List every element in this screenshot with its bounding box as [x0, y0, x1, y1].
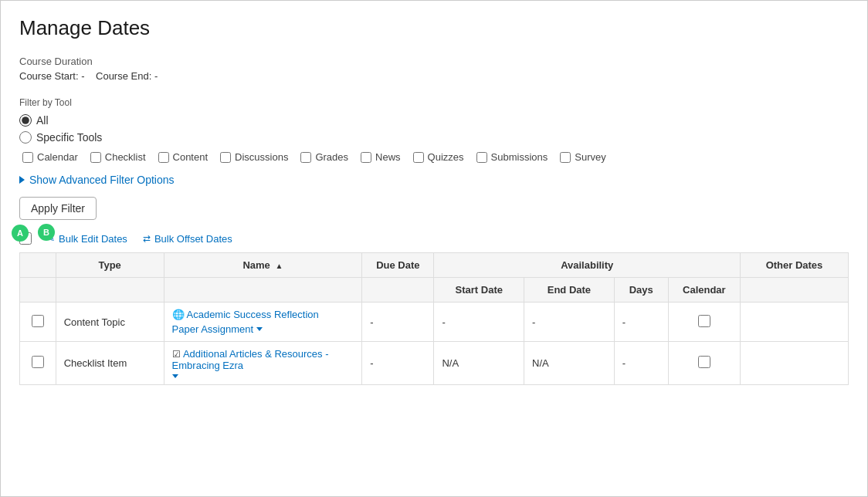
tool-checkbox-survey[interactable]: Survey — [560, 151, 605, 163]
tool-checkbox-input-content[interactable] — [158, 152, 169, 163]
chevron-down-icon[interactable] — [256, 327, 263, 331]
tool-checkbox-input-quizzes[interactable] — [413, 152, 424, 163]
tool-checkbox-input-grades[interactable] — [300, 152, 311, 163]
cell-name: ☑ Additional Articles & Resources - Embr… — [164, 342, 362, 385]
cell-start-date: - — [434, 303, 524, 342]
calendar-checkbox-0[interactable] — [698, 315, 710, 327]
offset-dates-icon: ⇄ — [143, 233, 151, 244]
cell-due-date: - — [362, 342, 434, 385]
tool-checkbox-input-discussions[interactable] — [220, 152, 231, 163]
course-start-label: Course Start: — [19, 70, 79, 82]
item-name-link[interactable]: Academic Success Reflection — [187, 309, 319, 320]
filter-section: Filter by Tool All Specific Tools Calend… — [19, 97, 849, 163]
radio-all-input[interactable] — [19, 114, 32, 127]
course-start-value: - — [81, 70, 84, 82]
tool-checkbox-content[interactable]: Content — [158, 151, 209, 163]
cell-end-date: - — [524, 303, 615, 342]
page-container: Manage Dates Course Duration Course Star… — [0, 0, 868, 497]
table-row: Content Topic🌐 Academic Success Reflecti… — [20, 303, 849, 342]
tool-checkbox-submissions[interactable]: Submissions — [476, 151, 548, 163]
cell-end-date: N/A — [524, 342, 615, 385]
bulk-actions-row: A B ✎ Bulk Edit Dates ⇄ Bulk Offset Date… — [19, 232, 849, 245]
cell-other-dates — [740, 303, 848, 342]
checklist-icon: ☑ — [172, 349, 183, 360]
cell-calendar — [668, 342, 740, 385]
th-start-date: Start Date — [434, 278, 524, 303]
tool-checkbox-calendar[interactable]: Calendar — [22, 151, 78, 163]
filter-label: Filter by Tool — [19, 97, 849, 108]
chevron-right-icon — [19, 176, 25, 184]
apply-filter-button[interactable]: Apply Filter — [19, 197, 97, 220]
advanced-filter-link[interactable]: Show Advanced Filter Options — [19, 174, 849, 186]
tool-checkbox-input-checklist[interactable] — [90, 152, 101, 163]
th-sub-select — [20, 278, 56, 303]
row-checkbox-1[interactable] — [32, 356, 44, 368]
cell-start-date: N/A — [434, 342, 524, 385]
radio-specific-label: Specific Tools — [36, 131, 102, 144]
bulk-edit-label: Bulk Edit Dates — [59, 233, 127, 245]
radio-all[interactable]: All — [19, 114, 849, 127]
row-checkbox-0[interactable] — [32, 315, 44, 327]
cell-calendar — [668, 303, 740, 342]
badge-a: A — [12, 225, 29, 242]
th-end-date: End Date — [524, 278, 615, 303]
radio-group: All Specific Tools — [19, 114, 849, 144]
advanced-filter-label: Show Advanced Filter Options — [29, 174, 175, 186]
page-title: Manage Dates — [19, 16, 849, 40]
calendar-checkbox-1[interactable] — [698, 356, 710, 368]
course-dates: Course Start: - Course End: - — [19, 70, 849, 82]
tool-checkbox-input-submissions[interactable] — [476, 152, 487, 163]
tool-checkbox-checklist[interactable]: Checklist — [90, 151, 146, 163]
th-name: Name ▲ — [164, 253, 362, 278]
bulk-edit-dates-link[interactable]: B ✎ Bulk Edit Dates — [47, 233, 127, 245]
bulk-offset-dates-link[interactable]: ⇄ Bulk Offset Dates — [143, 233, 232, 245]
name-sub: Paper Assignment — [172, 323, 354, 335]
radio-specific[interactable]: Specific Tools — [19, 131, 849, 144]
th-availability: Availability — [434, 253, 741, 278]
name-sub-empty — [172, 374, 354, 378]
cell-other-dates — [740, 342, 848, 385]
th-calendar: Calendar — [668, 278, 740, 303]
cell-due-date: - — [362, 303, 434, 342]
bulk-offset-label: Bulk Offset Dates — [154, 233, 232, 245]
th-select — [20, 253, 56, 278]
name-sub-link[interactable]: Paper Assignment — [172, 323, 254, 335]
dates-table: Type Name ▲ Due Date Availability Other … — [19, 252, 849, 385]
cell-type: Checklist Item — [56, 342, 164, 385]
tool-checkbox-grades[interactable]: Grades — [300, 151, 348, 163]
th-sub-type — [56, 278, 164, 303]
item-name-link[interactable]: Additional Articles & Resources - Embrac… — [172, 348, 329, 371]
bulk-select-wrapper: A — [19, 232, 32, 245]
radio-all-label: All — [36, 114, 49, 127]
course-end-label: Course End: — [96, 70, 151, 82]
th-sub-name — [164, 278, 362, 303]
radio-specific-input[interactable] — [19, 131, 32, 144]
globe-icon: 🌐 — [172, 309, 187, 320]
th-other-dates: Other Dates — [740, 253, 848, 278]
th-sub-other — [740, 278, 848, 303]
tool-checkbox-discussions[interactable]: Discussions — [220, 151, 288, 163]
tool-checkbox-input-calendar[interactable] — [22, 152, 33, 163]
th-sub-due — [362, 278, 434, 303]
cell-days: - — [614, 303, 668, 342]
badge-b: B — [38, 224, 55, 241]
tool-checkbox-quizzes[interactable]: Quizzes — [413, 151, 464, 163]
cell-type: Content Topic — [56, 303, 164, 342]
th-due-date: Due Date — [362, 253, 434, 278]
th-days: Days — [614, 278, 668, 303]
tool-checkbox-input-survey[interactable] — [560, 152, 571, 163]
th-type: Type — [56, 253, 164, 278]
tool-checkbox-input-news[interactable] — [361, 152, 371, 163]
sort-icon: ▲ — [275, 262, 283, 270]
course-duration-label: Course Duration — [19, 56, 849, 67]
course-end-value: - — [154, 70, 158, 82]
cell-days: - — [614, 342, 668, 385]
tool-checkbox-news[interactable]: News — [361, 151, 401, 163]
table-row: Checklist Item☑ Additional Articles & Re… — [20, 342, 849, 385]
cell-name: 🌐 Academic Success ReflectionPaper Assig… — [164, 303, 362, 342]
tools-checkboxes: CalendarChecklistContentDiscussionsGrade… — [22, 151, 849, 163]
chevron-down-icon[interactable] — [172, 374, 178, 378]
